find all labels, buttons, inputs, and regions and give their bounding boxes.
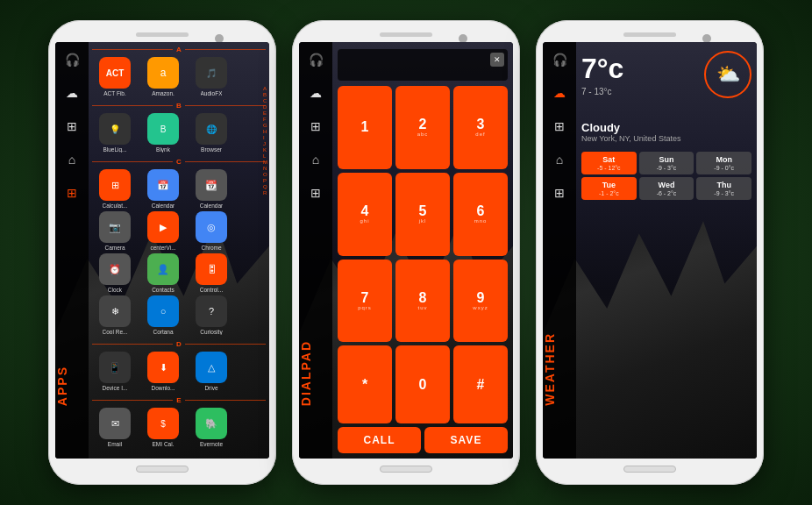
app-icon-email: ✉: [99, 408, 131, 439]
app-centervid[interactable]: ▶ centerVi...: [140, 211, 186, 251]
app-calendar[interactable]: 📅 Calendar: [140, 169, 186, 209]
forecast-tue[interactable]: Tue -1 - 2°c: [581, 177, 637, 200]
dial-key-2[interactable]: 2 abc: [395, 86, 450, 169]
app-amazon[interactable]: a Amazon.: [140, 57, 186, 96]
dial-num-8: 8: [419, 291, 427, 305]
dial-sub-5: jkl: [419, 218, 427, 224]
dial-key-0[interactable]: 0: [395, 345, 450, 423]
home-bar-1[interactable]: [136, 466, 189, 473]
forecast-thu[interactable]: Thu -9 - 3°c: [696, 177, 751, 200]
dial-key-8[interactable]: 8 tuv: [395, 260, 450, 343]
app-browser[interactable]: 🌐 Browser: [189, 113, 234, 153]
app-control[interactable]: 🎛 Control...: [189, 253, 234, 293]
sidebar-icon-grid2-3[interactable]: ⊞: [549, 182, 570, 203]
app-drive[interactable]: △ Drive: [189, 352, 234, 391]
condition-area: Cloudy New York, NY, United States: [581, 121, 751, 143]
app-clock[interactable]: ⏰ Clock: [92, 253, 138, 293]
dial-key-star[interactable]: *: [338, 345, 392, 423]
section-c-header: C: [89, 156, 269, 166]
app-email[interactable]: ✉ Email: [92, 408, 138, 447]
app-calendar2[interactable]: 📆 Calendar: [189, 169, 234, 209]
day-name-thu: Thu: [716, 181, 731, 189]
dial-num-star: *: [362, 378, 367, 392]
sidebar-label-apps: APPS: [55, 366, 89, 406]
app-icon-blynk: B: [147, 113, 179, 145]
app-label-calculator: Calculat...: [103, 203, 128, 209]
app-label-control: Control...: [200, 287, 223, 293]
sidebar-icon-home[interactable]: ⌂: [61, 149, 82, 170]
dial-sub-8: tuv: [417, 305, 427, 310]
sidebar-icon-cloud-2[interactable]: ☁: [305, 82, 326, 103]
app-audiofx[interactable]: 🎵 AudioFX: [189, 57, 234, 96]
app-coolre[interactable]: ❄ Cool Re...: [92, 295, 138, 335]
dial-key-4[interactable]: 4 ghi: [338, 173, 392, 256]
dial-key-9[interactable]: 9 wxyz: [453, 260, 508, 343]
dialpad-content: ✕ 1 2 abc 3 def 4 ghi: [332, 42, 513, 459]
dial-key-5[interactable]: 5 jkl: [395, 173, 450, 256]
sidebar-icon-headphone-3[interactable]: 🎧: [549, 49, 570, 70]
call-button[interactable]: CALL: [338, 427, 421, 453]
sidebar-icon-home-3[interactable]: ⌂: [549, 149, 570, 170]
app-deviceinfo[interactable]: 📱 Device I...: [92, 352, 138, 391]
sidebar-icon-grid-3[interactable]: ⊞: [549, 116, 570, 137]
dial-key-7[interactable]: 7 pqrs: [338, 260, 392, 343]
sidebar-icon-grid2[interactable]: ⊞: [61, 182, 82, 203]
app-actfib[interactable]: ACT ACT Fib.: [92, 57, 138, 96]
app-blynk[interactable]: B Blynk: [140, 113, 186, 153]
home-bar-2[interactable]: [380, 466, 432, 473]
app-icon-contacts: 👤: [147, 253, 179, 285]
app-evernote[interactable]: 🐘 Evernote: [189, 408, 234, 447]
forecast-sat[interactable]: Sat -5 - 12°c: [581, 152, 637, 174]
day-name-wed: Wed: [659, 181, 675, 189]
sidebar-icon-cloud-3[interactable]: ☁: [549, 82, 570, 103]
app-contacts[interactable]: 👤 Contacts: [140, 253, 186, 293]
home-bar-3[interactable]: [623, 466, 676, 473]
app-downloads[interactable]: ⬇ Downlo...: [140, 352, 186, 391]
app-icon-downloads: ⬇: [147, 352, 179, 383]
forecast-sun[interactable]: Sun -9 - 3°c: [639, 152, 694, 174]
app-chrome[interactable]: ◎ Chrome: [189, 211, 234, 251]
section-b-header: B: [89, 100, 269, 110]
speaker-2: [380, 32, 432, 37]
app-icon-audiofx: 🎵: [196, 57, 227, 89]
app-camera[interactable]: 📷 Camera: [92, 211, 138, 251]
sidebar-icon-grid2-2[interactable]: ⊞: [305, 182, 326, 203]
app-calculator[interactable]: ⊞ Calculat...: [92, 169, 138, 209]
save-label: SAVE: [451, 434, 482, 446]
dial-sub-3: def: [475, 132, 485, 137]
sidebar-icon-home-2[interactable]: ⌂: [305, 149, 326, 170]
day-name-sun: Sun: [659, 155, 673, 164]
app-bluelight[interactable]: 💡 BlueLig...: [92, 113, 138, 153]
dial-key-6[interactable]: 6 mno: [453, 173, 508, 256]
app-icon-clock: ⏰: [99, 253, 131, 285]
sidebar-icon-headphone[interactable]: 🎧: [61, 49, 82, 70]
sidebar-icon-grid[interactable]: ⊞: [61, 116, 82, 137]
day-temp-wed: -6 - 2°c: [657, 190, 677, 196]
forecast-wed[interactable]: Wed -6 - 2°c: [639, 177, 694, 200]
weather-screen: 🎧 ☁ ⊞ ⌂ ⊞ WEATHER 7°c 7 - 13°c ⛅ Cloudy: [543, 42, 757, 459]
weather-main: 7°c 7 - 13°c ⛅: [581, 51, 751, 98]
dial-actions: CALL SAVE: [338, 427, 508, 453]
app-label-contacts: Contacts: [152, 287, 175, 293]
day-temp-mon: -9 - 0°c: [714, 165, 734, 171]
dial-key-3[interactable]: 3 def: [453, 86, 508, 169]
close-button[interactable]: ✕: [490, 53, 504, 67]
apps-content: A B C D E F G H I J K L M N O P Q R: [89, 42, 269, 459]
app-icon-curiosity: ?: [196, 295, 227, 327]
app-curiosity[interactable]: ? Curiosity: [189, 295, 234, 335]
sidebar-icon-cloud[interactable]: ☁: [61, 82, 82, 103]
dial-num-6: 6: [477, 204, 485, 218]
app-icon-control: 🎛: [196, 253, 227, 285]
app-cortana[interactable]: ○ Cortana: [140, 295, 186, 335]
dial-key-1[interactable]: 1: [338, 86, 392, 169]
dial-key-hash[interactable]: #: [453, 345, 508, 423]
save-button[interactable]: SAVE: [424, 427, 508, 453]
sidebar-apps: 🎧 ☁ ⊞ ⌂ ⊞ APPS: [55, 42, 89, 459]
forecast-mon[interactable]: Mon -9 - 0°c: [696, 152, 751, 174]
app-emical[interactable]: $ EMI Cal.: [140, 408, 186, 447]
weather-range: 7 - 13°c: [581, 87, 623, 96]
sidebar-icon-grid-2[interactable]: ⊞: [305, 116, 326, 137]
sidebar-icon-headphone-2[interactable]: 🎧: [305, 49, 326, 70]
app-label-drive: Drive: [204, 385, 217, 391]
apps-grid-d: 📱 Device I... ⬇ Downlo... △ Drive: [89, 348, 269, 395]
